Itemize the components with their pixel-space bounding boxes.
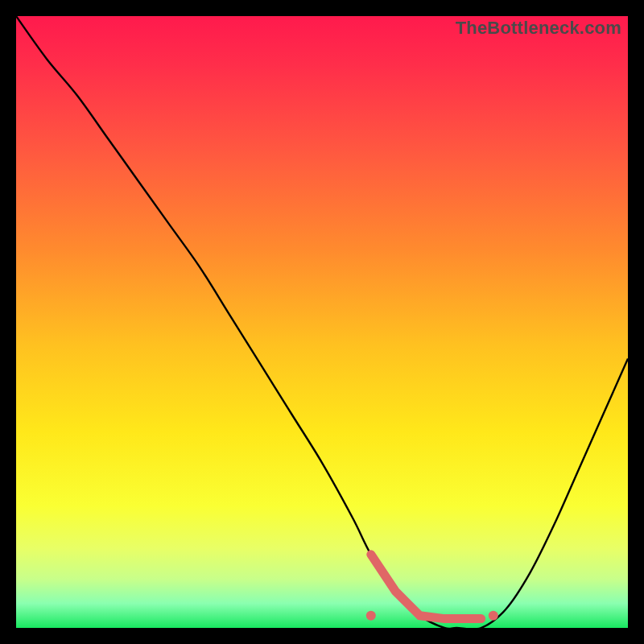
bottleneck-curve [16, 16, 628, 628]
chart-plot-area: TheBottleneck.com [16, 16, 628, 628]
valley-highlight [371, 555, 481, 619]
valley-marker-right [489, 611, 498, 621]
chart-frame: TheBottleneck.com [0, 0, 644, 644]
curve-line [16, 16, 628, 628]
valley-marker-left [366, 611, 376, 621]
